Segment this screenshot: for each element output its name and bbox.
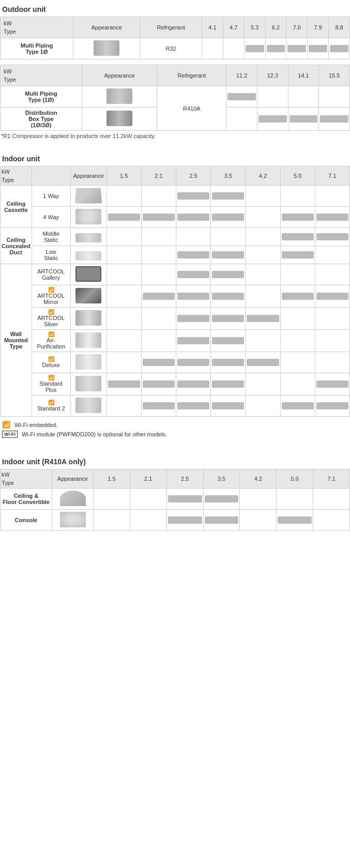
bar-cell <box>106 228 141 246</box>
col-2-5: 2.5 <box>166 469 203 489</box>
bar-cell <box>280 264 315 285</box>
bar-cell <box>246 228 280 246</box>
type-label: Type <box>4 28 16 35</box>
table-row: 📶 Deluxe <box>1 352 350 373</box>
capacity-bar <box>212 380 244 388</box>
bar-cell <box>280 395 315 417</box>
type-cell: CeilingConcealedDuct <box>1 228 32 264</box>
product-image <box>75 251 101 261</box>
bar-cell <box>106 330 141 352</box>
capacity-bar <box>212 192 244 200</box>
bar-cell <box>130 510 166 531</box>
bar-cell <box>226 108 257 131</box>
product-image <box>60 491 86 506</box>
appearance-cell <box>52 489 94 510</box>
product-image <box>94 40 119 56</box>
kw-label: kW <box>4 68 12 74</box>
bar-cell <box>141 330 176 352</box>
bar-cell <box>286 38 308 59</box>
bar-cell <box>211 207 246 228</box>
bar-cell <box>246 395 280 417</box>
capacity-bar <box>177 192 209 200</box>
table-row: CeilingCassette 1 Way <box>1 186 350 207</box>
bar-cell <box>319 86 350 108</box>
wifi-indicator: 📶 <box>33 332 69 337</box>
capacity-bar <box>177 359 209 366</box>
bar-cell <box>211 308 246 330</box>
capacity-bar <box>212 315 244 322</box>
table-row: 📶 ARTCOOLMirror <box>1 285 350 308</box>
bar-cell <box>106 186 141 207</box>
wifi-legend-row-2: Wi-Fi Wi-Fi module (PWFMDD200) is option… <box>2 431 348 438</box>
table-row: Ceiling &Floor Convertible <box>1 489 350 510</box>
kw-label: kW <box>4 20 12 26</box>
capacity-bar <box>309 45 327 52</box>
indoor-r410a-table: kW Type Appearance 1.5 2.1 2.5 3.5 4.2 5… <box>0 469 350 531</box>
appearance-cell <box>70 395 106 417</box>
appearance-cell <box>70 246 106 264</box>
bar-cell <box>265 38 286 59</box>
capacity-bar <box>316 293 348 300</box>
bar-cell <box>329 38 350 59</box>
capacity-bar <box>247 359 279 366</box>
subtype-cell: 📶 Deluxe <box>32 352 70 373</box>
appearance-cell <box>70 373 106 395</box>
product-image <box>75 354 101 370</box>
bar-cell <box>315 228 349 246</box>
wifi-legend: 📶 Wi-Fi embedded. Wi-Fi Wi-Fi module (PW… <box>0 417 350 444</box>
bar-cell <box>176 373 211 395</box>
outdoor-title: Outdoor unit <box>0 0 350 17</box>
appearance-cell <box>82 108 157 131</box>
product-image <box>75 233 101 242</box>
table-row: LowStatic <box>1 246 350 264</box>
indoor-r410a-section: Indoor unit (R410A only) kW Type Appeara… <box>0 452 350 531</box>
bar-cell <box>240 489 277 510</box>
table-row: 📶 StandardPlus <box>1 373 350 395</box>
product-image <box>75 188 102 204</box>
bar-cell <box>280 352 315 373</box>
bar-cell <box>176 330 211 352</box>
bar-cell <box>315 246 349 264</box>
capacity-bar <box>212 402 244 409</box>
capacity-bar <box>177 293 209 300</box>
subtype-cell: LowStatic <box>32 246 70 264</box>
bar-cell <box>277 489 313 510</box>
capacity-bar <box>108 214 140 221</box>
subtype-cell: ARTCOOLGallery <box>32 264 70 285</box>
table-row: 📶 ARTCOOLSilver <box>1 308 350 330</box>
bar-cell <box>176 352 211 373</box>
bar-cell <box>246 207 280 228</box>
col-7-1: 7.1 <box>313 469 350 489</box>
subtype-header <box>32 166 70 186</box>
col-14-1: 14.1 <box>288 65 319 86</box>
bar-cell <box>203 510 240 531</box>
bar-cell <box>257 86 288 108</box>
bar-cell <box>141 352 176 373</box>
capacity-bar <box>212 359 244 366</box>
type-cell: WallMountedType <box>1 264 32 417</box>
col-7-0: 7.0 <box>286 17 308 38</box>
bar-cell <box>106 207 141 228</box>
capacity-bar <box>212 214 244 221</box>
capacity-bar <box>212 271 244 278</box>
appearance-cell <box>73 38 140 59</box>
subtype-cell: MiddleStatic <box>32 228 70 246</box>
type-label: Type <box>2 480 14 486</box>
refrigerant-header: Refrigerant <box>140 17 202 38</box>
wifi-indicator: 📶 <box>33 375 69 380</box>
col-3-5: 3.5 <box>211 166 246 186</box>
capacity-bar <box>320 115 348 123</box>
wifi-indicator: 📶 <box>33 310 69 315</box>
bar-cell <box>106 308 141 330</box>
bar-cell <box>176 285 211 308</box>
bar-cell <box>246 373 280 395</box>
bar-cell <box>315 395 349 417</box>
type-label: Type <box>2 177 14 183</box>
bar-cell <box>280 246 315 264</box>
bar-cell <box>315 207 349 228</box>
bar-cell <box>141 246 176 264</box>
bar-cell <box>176 308 211 330</box>
appearance-header: Appearance <box>73 17 140 38</box>
type-header: kW Type <box>1 166 32 186</box>
product-image <box>75 310 101 326</box>
